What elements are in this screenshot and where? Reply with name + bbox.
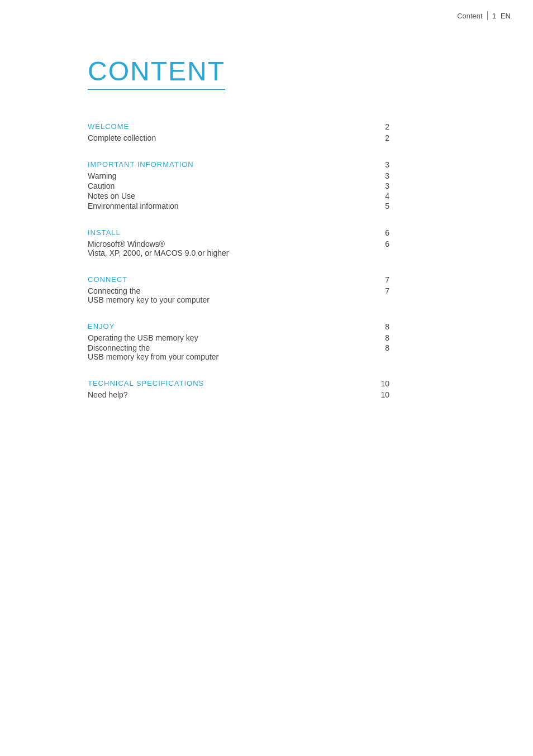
toc-section-connect: CONNECT7Connecting theUSB memory key to … [88,275,389,304]
toc-section-page-important-information: 3 [373,160,389,169]
toc-item-label: Notes on Use [88,192,373,200]
toc-item-page: 10 [373,390,389,399]
toc-item-page: 4 [373,192,389,200]
toc-section-page-welcome: 2 [373,122,389,131]
toc-item-label: Connecting theUSB memory key to your com… [88,286,373,304]
page-title: CONTENT [88,56,225,90]
main-content: CONTENT WELCOME2Complete collection2IMPO… [0,0,533,451]
toc-item-page: 6 [373,240,389,248]
toc-item-page: 8 [373,333,389,342]
toc-section-page-connect: 7 [373,275,389,284]
header-separator [487,11,488,20]
toc-section-title-install: INSTALL [88,228,121,237]
toc-section-page-enjoy: 8 [373,322,389,331]
toc-item-page: 3 [373,181,389,190]
toc-item-label: Microsoft® Windows®Vista, XP, 2000, or M… [88,240,373,257]
toc-section-page-install: 6 [373,228,389,237]
toc-item-page: 8 [373,343,389,352]
toc-section-welcome: WELCOME2Complete collection2 [88,122,389,142]
toc-item-label: Complete collection [88,133,373,142]
toc-item: Operating the USB memory key8 [88,333,389,342]
toc-item-label: Operating the USB memory key [88,333,373,342]
toc-section-title-important-information: IMPORTANT INFORMATION [88,160,194,169]
toc-section-title-technical-specifications: TECHNICAL SPECIFICATIONS [88,379,204,387]
toc-container: WELCOME2Complete collection2IMPORTANT IN… [88,122,389,399]
toc-item: Connecting theUSB memory key to your com… [88,286,389,304]
toc-section-important-information: IMPORTANT INFORMATION3Warning3Caution3No… [88,160,389,210]
toc-item-label: Disconnecting theUSB memory key from you… [88,343,373,361]
toc-item-label: Caution [88,181,373,190]
toc-section-header-install: INSTALL6 [88,228,389,237]
toc-item-page: 3 [373,171,389,180]
toc-item: Microsoft® Windows®Vista, XP, 2000, or M… [88,240,389,257]
toc-section-title-connect: CONNECT [88,275,127,284]
toc-section-header-important-information: IMPORTANT INFORMATION3 [88,160,389,169]
toc-item-label: Warning [88,171,373,180]
toc-item-page: 7 [373,286,389,295]
header-lang: EN [501,12,511,20]
toc-item: Caution3 [88,181,389,190]
page-header: Content 1 EN [457,11,511,20]
toc-item: Environmental information5 [88,202,389,210]
toc-section-page-technical-specifications: 10 [373,379,389,388]
toc-item: Notes on Use4 [88,192,389,200]
toc-section-header-enjoy: ENJOY8 [88,322,389,331]
toc-section-header-welcome: WELCOME2 [88,122,389,131]
toc-section-header-technical-specifications: TECHNICAL SPECIFICATIONS10 [88,379,389,388]
toc-item: Complete collection2 [88,133,389,142]
toc-section-install: INSTALL6Microsoft® Windows®Vista, XP, 20… [88,228,389,257]
toc-section-technical-specifications: TECHNICAL SPECIFICATIONS10Need help?10 [88,379,389,399]
toc-section-title-enjoy: ENJOY [88,322,115,331]
toc-item-page: 2 [373,133,389,142]
toc-item-label: Environmental information [88,202,373,210]
toc-item: Need help?10 [88,390,389,399]
toc-item-label: Need help? [88,390,373,399]
toc-section-enjoy: ENJOY8Operating the USB memory key8Disco… [88,322,389,361]
toc-section-header-connect: CONNECT7 [88,275,389,284]
toc-section-title-welcome: WELCOME [88,122,129,131]
toc-item: Warning3 [88,171,389,180]
toc-item-page: 5 [373,202,389,210]
header-label: Content [457,12,483,20]
toc-item: Disconnecting theUSB memory key from you… [88,343,389,361]
header-number: 1 [492,12,496,20]
